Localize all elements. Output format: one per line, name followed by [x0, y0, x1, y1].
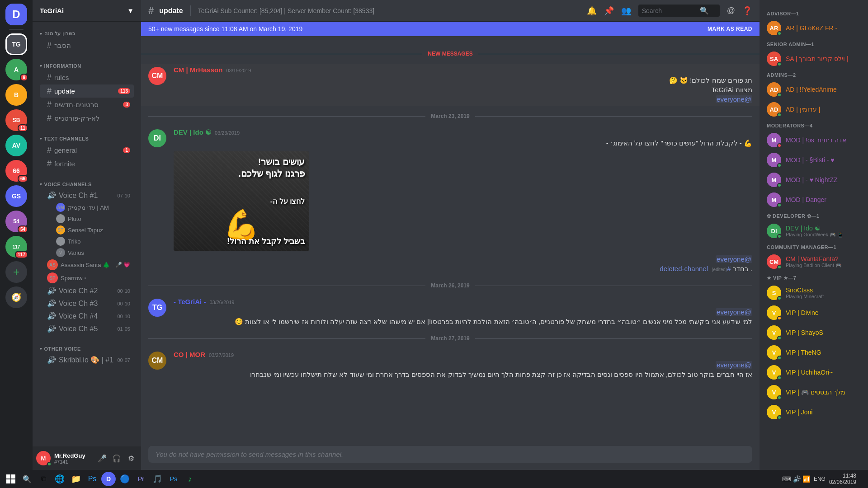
- explorer-icon[interactable]: 📁: [69, 472, 83, 486]
- joni-avatar: V: [767, 405, 781, 419]
- settings-button[interactable]: ⚙: [125, 452, 137, 465]
- voice-member-assassin[interactable]: AS Assassin Santa 🌲 🎤 💗: [40, 258, 134, 271]
- msg4-author[interactable]: CO | MOR: [174, 351, 205, 358]
- search-bar[interactable]: 🔍: [638, 5, 720, 17]
- assassin-name: Assassin Santa 🌲: [61, 262, 110, 268]
- msg2-everyone[interactable]: @everyone: [716, 255, 752, 263]
- voice-member-varius[interactable]: V Varius: [40, 247, 134, 258]
- channel-item-larak[interactable]: # לא-רק-פורטנייס: [40, 112, 134, 125]
- server-icon-2[interactable]: A 9: [5, 59, 27, 80]
- server-icon-7[interactable]: GS: [5, 185, 27, 207]
- msg3-author[interactable]: - TeGriAi -: [174, 298, 206, 305]
- at-icon[interactable]: @: [727, 6, 735, 15]
- member-mod-nightzz[interactable]: M MOD | - ♥ NightZZ: [763, 170, 864, 190]
- member-vip-shayos[interactable]: V VIP | ShayoS: [763, 323, 864, 343]
- server-icon-6[interactable]: 66 66: [5, 160, 27, 182]
- vip-category: ★ VIP ★—7: [763, 272, 864, 283]
- help-icon[interactable]: ❓: [742, 6, 752, 16]
- pin-icon[interactable]: 📌: [604, 6, 614, 16]
- voice-member-sparrow[interactable]: SP Sparrow •: [40, 272, 134, 284]
- msg1-subtext: מצוות TeGriAi: [174, 85, 752, 94]
- member-mod-bisti[interactable]: M MOD | - §Bisti - ♥: [763, 150, 864, 170]
- voice-channels-header[interactable]: ▾ VOICE CHANNELS: [36, 180, 137, 189]
- pinned-category-header[interactable]: ▾ כשרון על מנה: [36, 29, 137, 38]
- photoshop2-icon[interactable]: Ps: [166, 472, 181, 486]
- home-server-icon[interactable]: D: [5, 4, 27, 25]
- member-sa[interactable]: SA SA | וילס קריור תבורך |: [763, 49, 864, 69]
- skribbl-channel[interactable]: 🔊 Skribbl.io 🎨 | #1 00 07: [40, 354, 134, 366]
- server-icon-8[interactable]: 54 54: [5, 211, 27, 232]
- channel-item-general[interactable]: # general 1: [40, 144, 134, 157]
- premiere-icon[interactable]: Pr: [134, 472, 148, 486]
- search-icon: 🔍: [700, 6, 709, 15]
- user-info: Mr.RedGuy #7141: [54, 452, 92, 465]
- mark-as-read-button[interactable]: MARK AS READ: [708, 26, 752, 32]
- search-input[interactable]: [642, 7, 696, 14]
- msg1-author[interactable]: CM | MrHasson: [174, 66, 222, 74]
- photoshop-icon[interactable]: Ps: [85, 472, 99, 486]
- channel-item-update[interactable]: # update 113: [40, 84, 134, 98]
- msg2-author[interactable]: DEV | Ido ☯: [174, 128, 211, 136]
- member-vip-divine[interactable]: V VIP | Divine: [763, 303, 864, 323]
- voice-member-am[interactable]: AM עדי מקמיק | AM: [40, 202, 134, 213]
- tegria-server-icon[interactable]: TG: [5, 33, 27, 55]
- server-icon-3[interactable]: B: [5, 84, 27, 106]
- discord-taskbar-icon[interactable]: D: [101, 472, 116, 486]
- channel-item-rules[interactable]: # rules: [40, 71, 134, 84]
- voice-ch5[interactable]: 🔊 Voice Ch #5 01 05: [40, 323, 134, 335]
- voice-ch2-users: 00: [118, 288, 123, 294]
- server-icon-4[interactable]: SB 11: [5, 109, 27, 131]
- server-icon-9[interactable]: 117 117: [5, 236, 27, 258]
- voice-member-triko[interactable]: T Triko: [40, 236, 134, 247]
- msg3-everyone[interactable]: @everyone: [716, 308, 752, 316]
- member-ad-udomin[interactable]: AD AD | עדומין |: [763, 99, 864, 119]
- mute-button[interactable]: 🎤: [96, 452, 108, 465]
- member-vip-uchiha[interactable]: V VIP | UchihaOri~: [763, 362, 864, 382]
- server-icon-5[interactable]: AV: [5, 135, 27, 156]
- chrome-icon[interactable]: 🔵: [118, 472, 132, 486]
- voice-ch2[interactable]: 🔊 Voice Ch #2 00 10: [40, 285, 134, 297]
- voice-ch3[interactable]: 🔊 Voice Ch #3 00 10: [40, 297, 134, 310]
- start-button[interactable]: [4, 472, 18, 486]
- voice-member-sensei[interactable]: ST Sensei Tapuz: [40, 225, 134, 235]
- explore-button[interactable]: 🧭: [5, 286, 27, 308]
- notification-bell-icon[interactable]: 🔔: [587, 6, 597, 16]
- channel-item-sartanim[interactable]: # סרטונים-חדשים 3: [40, 98, 134, 111]
- msg4-everyone[interactable]: @everyone: [716, 361, 752, 369]
- member-vip-melech[interactable]: V VIP | 🎮 מלך הבסטים: [763, 382, 864, 402]
- sartanim-hash-icon: #: [47, 100, 52, 109]
- voice-ch4[interactable]: 🔊 Voice Ch #4 00 10: [40, 310, 134, 322]
- am-name: עדי מקמיק | AM: [68, 204, 109, 211]
- voice-ch1[interactable]: 🔊 Voice Ch #1 07 10: [40, 189, 134, 202]
- channel-item-hasar[interactable]: # הסבר: [40, 39, 134, 52]
- member-mod-danger[interactable]: M MOD | Danger: [763, 190, 864, 210]
- other-voice-header[interactable]: ▾ OTHER VOICE: [36, 344, 137, 353]
- server-header[interactable]: TeGriAi ▼: [33, 0, 141, 22]
- msg1-everyone[interactable]: @everyone: [716, 95, 752, 103]
- deafen-button[interactable]: 🎧: [110, 452, 123, 465]
- voice-member-pluto[interactable]: P Pluto: [40, 213, 134, 224]
- edge-icon[interactable]: 🌐: [52, 472, 67, 486]
- itunes-icon[interactable]: 🎵: [150, 472, 165, 486]
- add-server-button[interactable]: +: [5, 261, 27, 283]
- ar-status: [777, 31, 782, 36]
- member-vip-joni[interactable]: V VIP | Joni: [763, 402, 864, 422]
- task-view[interactable]: ⧉: [36, 472, 51, 486]
- text-channels-header[interactable]: ▾ TEXT CHANNELS: [36, 134, 137, 143]
- search-taskbar[interactable]: 🔍: [20, 472, 34, 486]
- member-dev-ido[interactable]: DI DEV | Ido ☯ Playing GoodWeek 🎮 📱: [763, 221, 864, 241]
- speaker-icon-2: 🔊: [47, 286, 56, 295]
- member-mod-junior[interactable]: M MOD | !os אדה ג׳וניור: [763, 130, 864, 150]
- text-channels-category: ▾ TEXT CHANNELS # general 1 # fortnite: [33, 127, 141, 173]
- channel-item-fortnite[interactable]: # fortnite: [40, 157, 134, 170]
- information-category-header[interactable]: ▾ INFORMATION: [36, 61, 137, 70]
- voice-ch2-info: 00 10: [118, 288, 131, 294]
- spotify-icon[interactable]: ♪: [183, 472, 197, 486]
- member-ad-yeled[interactable]: AD AD | !!YeledAnime: [763, 80, 864, 99]
- members-icon[interactable]: 👥: [621, 6, 631, 16]
- member-vip-theng[interactable]: V VIP | TheNG: [763, 343, 864, 362]
- member-ar-gloKez[interactable]: AR AR | GLoKeZ FR -: [763, 18, 864, 38]
- member-snoctsss[interactable]: S SnoCtsss Playing Minecraft: [763, 283, 864, 303]
- member-cm-wanta[interactable]: CM CM | WantaFanta? Playing Badlion Clie…: [763, 252, 864, 272]
- information-category: ▾ INFORMATION # rules # update 113 # סרט…: [33, 54, 141, 127]
